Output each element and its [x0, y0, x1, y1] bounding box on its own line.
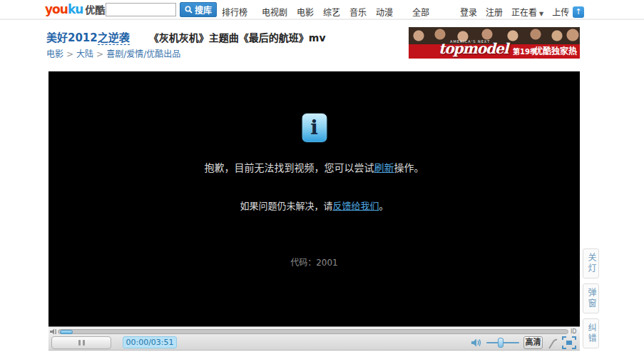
- watching-label: 正在看: [511, 8, 537, 18]
- nav-link-variety[interactable]: 综艺: [323, 6, 340, 18]
- page: youku优酷 搜库 排行榜 电视剧 电影 综艺 音乐 动漫 全部 登录 注册 …: [0, 0, 644, 357]
- logo-ku: ku: [68, 2, 83, 16]
- search-button-label: 搜库: [195, 4, 212, 16]
- time-display: 00:00/03:51: [123, 336, 177, 348]
- breadcrumb-mainland[interactable]: 大陆: [76, 49, 93, 59]
- seek-handle[interactable]: [60, 330, 73, 334]
- search-button[interactable]: 搜库: [180, 2, 217, 17]
- episode-subtitle: 《灰机灰机》主题曲《最后的航班》mv: [149, 32, 326, 44]
- register-link[interactable]: 注册: [486, 6, 503, 18]
- player-control-bar: ID 00:00/03:51 高清: [48, 326, 580, 351]
- error-line2-post: 。: [379, 201, 389, 211]
- breadcrumb-separator: >: [66, 49, 73, 59]
- pause-icon: [78, 340, 81, 346]
- upload-arrow-icon[interactable]: ↑: [573, 6, 584, 18]
- nav-link-music[interactable]: 音乐: [349, 6, 367, 18]
- upload-link[interactable]: 上传: [552, 6, 569, 18]
- refresh-link[interactable]: 刷新: [374, 162, 394, 174]
- info-icon-glyph: i: [310, 118, 318, 138]
- search-icon: [185, 6, 193, 14]
- video-title-row: 美好2012之逆袭 《灰机灰机》主题曲《最后的航班》mv: [46, 29, 326, 44]
- series-title-plain: 美好2012: [46, 31, 98, 44]
- breadcrumb: 电影>大陆>喜剧/爱情/优酷出品: [46, 47, 180, 59]
- nav-link-movie[interactable]: 电影: [297, 6, 314, 18]
- login-link[interactable]: 登录: [460, 6, 477, 18]
- top-navigation-bar: youku优酷 搜库 排行榜 电视剧 电影 综艺 音乐 动漫 全部 登录 注册 …: [0, 0, 644, 20]
- chevron-down-icon: ▼: [539, 11, 543, 17]
- nav-user-area: 登录 注册 正在看▼ 上传 ↑: [460, 6, 584, 18]
- error-code: 代码：2001: [48, 256, 580, 268]
- nav-link-tv[interactable]: 电视剧: [262, 6, 287, 18]
- pause-icon: [83, 340, 85, 346]
- nav-link-anime[interactable]: 动漫: [376, 6, 393, 18]
- series-title-keyword: 之逆袭: [98, 31, 130, 45]
- popup-player-button[interactable]: 弹窗: [583, 283, 599, 313]
- breadcrumb-movie[interactable]: 电影: [46, 49, 63, 59]
- search-input[interactable]: [106, 3, 176, 16]
- hd-quality-button[interactable]: 高清: [523, 336, 543, 349]
- banner-season-text: 第19季: [513, 46, 537, 56]
- error-line2-pre: 如果问题仍未解决，请: [240, 201, 332, 211]
- mini-speaker-icon: [50, 328, 57, 335]
- right-controls: 高清: [471, 336, 576, 350]
- pause-button[interactable]: [51, 336, 111, 349]
- lights-off-button[interactable]: 关灯: [583, 248, 599, 278]
- info-icon: i: [301, 113, 327, 143]
- logo-chinese: 优酷: [85, 4, 105, 16]
- error-message-line2: 如果问题仍未解决，请反馈给我们。: [48, 198, 580, 212]
- banner-title-text: topmodel: [439, 40, 508, 57]
- volume-speaker-icon[interactable]: [471, 338, 482, 348]
- series-title-link[interactable]: 美好2012之逆袭: [46, 31, 130, 45]
- banner-promo-text: 优酷独家热播: [534, 44, 580, 59]
- volume-slider[interactable]: [486, 338, 519, 348]
- seek-end-label: ID: [571, 328, 577, 335]
- nav-category-links: 电视剧 电影 综艺 音乐 动漫 全部: [262, 6, 429, 18]
- video-player-area: i 抱歉，目前无法找到视频，您可以尝试刷新操作。 如果问题仍未解决，请反馈给我们…: [48, 71, 580, 326]
- youku-logo[interactable]: youku优酷: [45, 2, 105, 16]
- watching-dropdown[interactable]: 正在看▼: [511, 6, 543, 18]
- screen-adjust-icon[interactable]: [547, 337, 558, 349]
- logo-you: you: [45, 2, 68, 16]
- fullscreen-icon[interactable]: [562, 336, 576, 349]
- nav-link-ranking[interactable]: 排行榜: [222, 6, 247, 18]
- seek-bar[interactable]: [58, 329, 568, 334]
- feedback-link[interactable]: 反馈给我们: [332, 201, 379, 211]
- report-error-button[interactable]: 纠错: [583, 318, 599, 348]
- banner-ad-top-model[interactable]: AMERICA'S NEXT topmodel 第19季 优酷独家热播: [409, 27, 580, 59]
- volume-slider-handle[interactable]: [498, 338, 504, 348]
- breadcrumb-genres[interactable]: 喜剧/爱情/优酷出品: [106, 49, 180, 59]
- error-line1-pre: 抱歉，目前无法找到视频，您可以尝试: [205, 162, 374, 174]
- breadcrumb-separator: >: [96, 49, 103, 59]
- nav-link-all[interactable]: 全部: [412, 6, 429, 18]
- error-line1-post: 操作。: [394, 162, 424, 174]
- error-message-line1: 抱歉，目前无法找到视频，您可以尝试刷新操作。: [48, 160, 580, 174]
